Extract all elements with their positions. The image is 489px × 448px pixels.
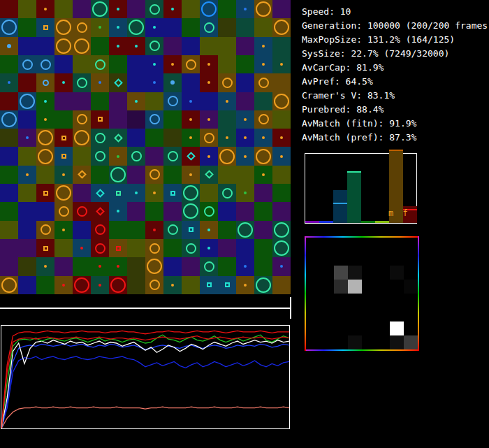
agent-marker [207,155,210,158]
grid-cell [0,129,19,147]
agent-marker [38,149,53,164]
agent-marker [131,151,142,161]
grid-cell [127,276,146,295]
agent-marker [43,80,49,86]
grid-cell [200,37,219,56]
grid-cell [18,37,37,56]
grid-cell [18,18,37,37]
stat-avcarcap: AvCarCap: 81.9% [302,61,488,75]
grid-cell [236,92,255,111]
agent-marker [244,155,247,158]
agent-marker [189,227,194,232]
grid-cell [18,239,37,258]
heatmap-cell [348,335,362,349]
agent-marker [222,78,233,88]
timeline-marker [290,297,291,319]
grid-cell [127,221,146,240]
stat-speed: Speed: 10 [302,5,488,19]
agent-marker [77,206,87,217]
agent-marker [280,155,283,158]
stat-avmatch-pref: AvMatch (pref): 87.3% [302,131,488,145]
grid-cell [0,55,19,74]
agent-marker [256,1,271,17]
agent-marker [256,149,271,164]
grid-cell [272,184,291,203]
agent-marker [222,188,233,198]
agent-marker [98,117,103,122]
series-white [1,340,289,428]
agent-marker [258,78,269,88]
agent-marker [74,38,89,54]
grid-cell [54,257,73,276]
grid-cell [36,202,55,221]
grid-cell [73,0,92,19]
grid-cell [145,129,164,147]
agent-marker [77,22,87,33]
grid-cell [182,257,200,276]
grid-cell [163,257,182,276]
grid-cell [163,166,182,185]
grid-cell [254,202,273,221]
agent-marker [186,59,196,70]
agent-marker [135,45,138,48]
grid-cell [127,239,146,258]
agent-marker [110,167,126,182]
history-plot-svg [1,326,289,428]
agent-marker [262,45,265,48]
agent-marker [110,277,126,293]
agent-marker [274,240,289,256]
mating-matrix-heatmap [305,236,419,351]
grid-cell [0,0,19,19]
bar [361,221,375,223]
agent-marker [61,136,66,140]
grid-cell [109,55,128,74]
simulation-window: { "stats": { "lines": [ "Speed: 10", "Ge… [0,0,489,448]
grid-cell [145,147,164,166]
grid-cell [163,18,182,37]
grid-cell [109,110,128,129]
agent-marker [262,173,265,176]
agent-marker [43,246,48,251]
grid-cell [200,92,219,111]
grid-cell [272,276,291,295]
agent-marker [274,94,289,109]
agent-marker [244,284,247,287]
grid-cell [218,37,237,56]
grid-cell [218,221,237,240]
agent-marker [56,185,71,201]
grid-cell [254,92,273,111]
grid-cell [182,0,200,19]
grid-cell [18,221,37,240]
agent-marker [149,169,160,180]
bar [305,221,319,223]
grid-cell [218,0,237,19]
agent-marker [238,222,253,238]
grid-cell [182,276,200,295]
agent-marker [153,229,156,231]
grid-cell [18,257,37,276]
population-bar-chart: m f [305,153,417,224]
grid-cell [145,202,164,221]
grid-cell [0,147,19,166]
bar [375,221,389,223]
agent-marker [256,277,271,293]
stat-generation: Generation: 100000 (200/200 frames) [302,19,488,33]
bar-marker-line [389,150,403,151]
agent-marker [20,94,35,109]
heatmap-cell [348,280,362,294]
agent-marker [59,206,69,217]
grid-cell [109,92,128,111]
agent-marker [204,261,214,272]
grid-cell [18,0,37,19]
history-line-chart [1,325,290,429]
agent-marker [7,44,11,48]
agent-marker [204,133,214,143]
agent-marker [207,229,210,231]
heatmap-cell [404,335,418,349]
agent-marker [95,133,105,143]
agent-marker [149,114,160,124]
grid-cell [127,73,146,92]
heatmap-border [305,349,419,351]
agent-marker [95,224,105,235]
grid-cell [109,221,128,240]
